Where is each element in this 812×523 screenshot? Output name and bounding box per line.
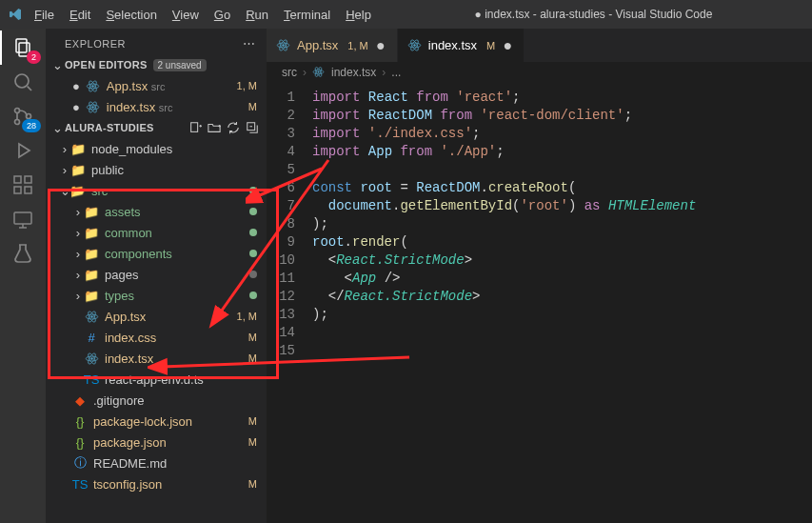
menu-terminal[interactable]: Terminal [276, 4, 338, 26]
activity-explorer-icon[interactable]: 2 [11, 36, 34, 59]
chevron-down-icon: ⌄ [50, 121, 65, 135]
file-app-tsx[interactable]: App.tsx1, M [46, 306, 267, 327]
file-index-css[interactable]: #index.cssM [46, 327, 267, 348]
sidebar-header: EXPLORER ⋯ [46, 29, 267, 54]
new-file-icon[interactable] [188, 121, 202, 134]
git-icon: ◆ [72, 392, 88, 408]
file-tree: ›📁node_modules ›📁public ⌄📂src ›📁assets ›… [46, 138, 267, 494]
svg-rect-7 [14, 187, 21, 193]
folder-types[interactable]: ›📁types [46, 285, 267, 306]
folder-node-modules[interactable]: ›📁node_modules [46, 138, 267, 159]
folder-assets[interactable]: ›📁assets [46, 201, 267, 222]
file-index-tsx[interactable]: index.tsxM [46, 348, 267, 369]
svg-point-36 [413, 44, 415, 46]
project-header[interactable]: ⌄ ALURA-STUDIES [46, 117, 267, 138]
svg-point-32 [283, 44, 285, 46]
file-react-env[interactable]: TSreact-app-env.d.ts [46, 369, 267, 390]
file-gitignore[interactable]: ◆.gitignore [46, 390, 267, 411]
folder-icon: 📁 [84, 288, 99, 303]
file-readme[interactable]: ⓘREADME.md [46, 453, 267, 473]
sidebar-more-icon[interactable]: ⋯ [243, 36, 255, 50]
menu-selection[interactable]: Selection [98, 4, 164, 26]
activity-scm-icon[interactable]: 28 [11, 105, 34, 128]
folder-icon: 📁 [84, 225, 99, 240]
menu-run[interactable]: Run [238, 4, 276, 26]
folder-icon: 📁 [70, 162, 86, 177]
vscode-icon [8, 7, 23, 22]
refresh-icon[interactable] [227, 121, 240, 134]
dirty-indicator[interactable]: ● [501, 38, 514, 53]
svg-rect-10 [14, 212, 31, 224]
unsaved-badge: 2 unsaved [153, 59, 207, 71]
activity-search-icon[interactable] [11, 70, 34, 93]
file-package-lock[interactable]: {}package-lock.jsonM [46, 411, 267, 432]
sidebar: EXPLORER ⋯ ⌄ OPEN EDITORS 2 unsaved ● Ap… [46, 29, 267, 523]
svg-point-24 [90, 315, 92, 317]
react-icon [84, 351, 99, 366]
scm-badge: 28 [22, 119, 41, 132]
menu-help[interactable]: Help [338, 4, 379, 26]
activity-debug-icon[interactable] [11, 139, 34, 162]
sidebar-title: EXPLORER [65, 38, 126, 50]
folder-pages[interactable]: ›📁pages [46, 264, 267, 285]
menu-edit[interactable]: Edit [62, 4, 98, 26]
file-tsconfig[interactable]: TStsconfig.jsonM [46, 473, 267, 494]
breadcrumb[interactable]: src › index.tsx › ... [267, 62, 812, 83]
json-icon: {} [72, 434, 88, 450]
json-icon: {} [72, 413, 88, 429]
folder-components[interactable]: ›📁components [46, 243, 267, 264]
svg-rect-19 [191, 123, 198, 132]
folder-src[interactable]: ⌄📂src [46, 180, 267, 201]
svg-point-14 [92, 85, 94, 87]
line-gutter: 123456789101112131415 [267, 89, 312, 360]
titlebar: File Edit Selection View Go Run Terminal… [0, 0, 812, 29]
ts-icon: TS [72, 476, 88, 492]
svg-rect-6 [14, 176, 21, 183]
ts-icon: TS [84, 372, 99, 387]
svg-point-40 [318, 71, 320, 73]
svg-point-18 [92, 106, 94, 108]
react-icon [276, 38, 291, 53]
folder-icon: 📁 [84, 204, 99, 219]
menubar: File Edit Selection View Go Run Terminal… [27, 4, 379, 26]
react-icon [312, 66, 326, 79]
svg-rect-0 [16, 39, 27, 52]
react-icon [86, 78, 101, 93]
collapse-all-icon[interactable] [246, 121, 259, 134]
folder-common[interactable]: ›📁common [46, 222, 267, 243]
activitybar: 2 28 [0, 29, 46, 523]
folder-icon: 📁 [84, 246, 99, 261]
activity-extensions-icon[interactable] [11, 173, 34, 196]
chevron-down-icon: ⌄ [50, 58, 65, 72]
folder-icon: 📂 [70, 183, 86, 198]
explorer-badge: 2 [27, 50, 41, 64]
dirty-indicator[interactable]: ● [374, 38, 387, 53]
open-editors-header[interactable]: ⌄ OPEN EDITORS 2 unsaved [46, 54, 267, 75]
menu-view[interactable]: View [165, 4, 207, 26]
tab-index-tsx[interactable]: index.tsx M ● [398, 29, 525, 62]
open-editor-item[interactable]: ● index.tsx src M [46, 96, 267, 117]
activity-testing-icon[interactable] [11, 242, 34, 265]
svg-point-2 [15, 74, 29, 88]
menu-file[interactable]: File [27, 4, 62, 26]
open-editors-list: ● App.tsx src 1, M ● index.tsx src M [46, 75, 267, 117]
svg-rect-9 [25, 176, 31, 183]
activity-remote-icon[interactable] [11, 208, 34, 231]
chevron-right-icon: › [303, 66, 307, 79]
file-package[interactable]: {}package.jsonM [46, 432, 267, 453]
code-lines[interactable]: import React from 'react'; import ReactD… [312, 89, 812, 360]
editor: App.tsx 1, M ● index.tsx M ● src › index… [267, 29, 812, 523]
react-icon [84, 309, 99, 324]
new-folder-icon[interactable] [208, 121, 221, 134]
window-title: ● index.tsx - alura-studies - Visual Stu… [379, 8, 808, 21]
open-editor-item[interactable]: ● App.tsx src 1, M [46, 75, 267, 96]
folder-public[interactable]: ›📁public [46, 159, 267, 180]
tab-app-tsx[interactable]: App.tsx 1, M ● [267, 29, 398, 62]
react-icon [86, 99, 101, 114]
info-icon: ⓘ [72, 455, 88, 471]
svg-point-3 [15, 109, 20, 113]
folder-icon: 📁 [70, 141, 86, 156]
code-editor[interactable]: 123456789101112131415 import React from … [267, 83, 812, 360]
react-icon [407, 38, 423, 53]
menu-go[interactable]: Go [207, 4, 238, 26]
